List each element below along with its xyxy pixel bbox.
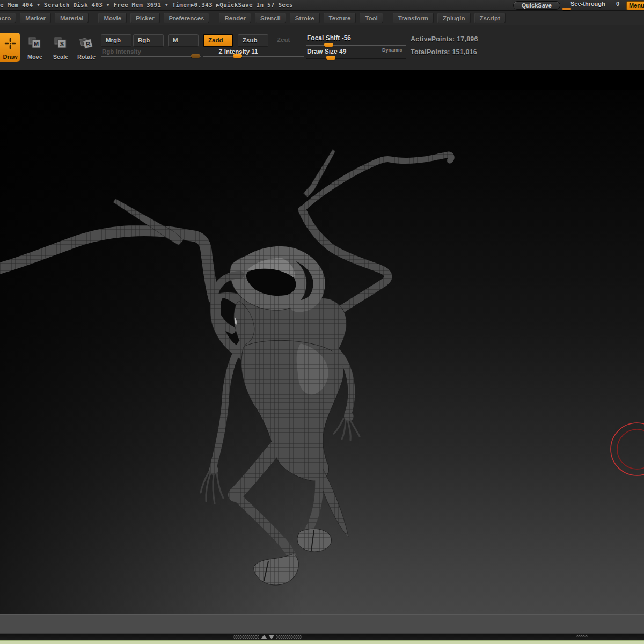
draw-size-label: Draw Size 49 [307,48,346,55]
scale-tool-label: Scale [50,54,71,60]
zsub-mode-button[interactable]: Zsub [238,34,268,47]
tray-resize-down-icon[interactable] [268,635,275,639]
move-tool-label: Move [25,54,45,60]
tray-marks [576,635,588,637]
zadd-mode-button[interactable]: Zadd [203,34,233,47]
active-points-stat: ActivePoints: 17,896 [411,35,478,43]
status-bar: e Mem 404 • Scratch Disk 403 • Free Mem … [0,0,644,11]
see-through-slider-handle[interactable] [562,8,571,10]
move-tool-button[interactable]: M Move [25,33,45,62]
see-through-label: See-through [570,1,605,7]
menu-item-preferences[interactable]: Preferences [164,13,210,23]
focal-shift-handle[interactable] [324,43,333,47]
zbrush-window: e Mem 404 • Scratch Disk 403 • Free Mem … [0,0,644,644]
zcut-mode-button[interactable]: Zcut [273,34,303,47]
menu-item-picker[interactable]: Picker [130,13,160,23]
lower-tray-edge [0,640,644,644]
menu-item-zplugin[interactable]: Zplugin [437,13,471,23]
see-through-slider[interactable]: See-through 0 [562,1,621,10]
z-intensity-value: 11 [251,48,258,55]
menu-item-texture[interactable]: Texture [324,13,356,23]
menu-item-stencil[interactable]: Stencil [255,13,286,23]
tray-drag-handle-right[interactable] [276,635,302,639]
bottom-tray-bar[interactable] [0,634,644,640]
creature-left-shin[interactable] [235,495,292,558]
menu-item-marker[interactable]: Marker [20,13,51,23]
rotate-square-icon: R [79,36,94,50]
draw-tool-label: Draw [0,54,20,60]
scale-tool-button[interactable]: S Scale [50,33,71,62]
z-intensity-handle[interactable] [233,54,242,58]
dynamic-mode-label[interactable]: Dynamic [382,47,402,53]
creature-right-hoof[interactable] [297,529,332,552]
see-through-value: 0 [616,1,619,7]
creature-left-fingers [201,471,223,503]
scale-square-icon: S [54,36,68,50]
rgb-intensity-label: Rgb Intensity [102,48,141,55]
svg-text:M: M [34,41,39,47]
sculpt-canvas[interactable] [0,70,644,614]
rotate-tool-button[interactable]: R Rotate [76,33,97,62]
creature-wireframe-model[interactable] [0,70,644,614]
rgb-mode-button[interactable]: Rgb [133,34,164,47]
total-points-stat: TotalPoints: 151,016 [411,48,477,56]
creature-left-hoof[interactable] [254,554,298,585]
creature-right-fingers [334,419,360,440]
tray-drag-handle-left[interactable] [233,635,259,639]
menu-item-stroke[interactable]: Stroke [290,13,320,23]
menus-button[interactable]: Menus [626,1,644,10]
rotate-tool-label: Rotate [76,54,97,60]
creature-right-hand[interactable] [344,412,354,421]
tray-divider-line [581,638,644,638]
creature-left-arm[interactable] [214,343,241,468]
draw-size-track[interactable] [306,58,406,58]
z-intensity-track[interactable] [203,56,304,57]
move-square-icon: M [28,36,42,50]
menu-item-transform[interactable]: Transform [393,13,434,23]
focal-shift-value: -56 [342,34,351,42]
draw-crosshair-icon [4,36,17,50]
menu-item-movie[interactable]: Movie [98,13,127,23]
see-through-slider-track[interactable] [572,9,620,9]
brush-cursor [611,423,644,475]
menu-item-tool[interactable]: Tool [360,13,383,23]
svg-text:S: S [60,41,64,47]
mrgb-mode-button[interactable]: Mrgb [101,34,131,47]
left-wing-spike[interactable] [113,199,184,245]
top-shelf-toolbar: Draw M Move S Scale R Rotate [0,25,644,70]
focal-shift-label: Focal Shift -56 [307,34,351,42]
quicksave-button[interactable]: QuickSave [513,1,560,10]
menu-item-render[interactable]: Render [219,13,251,23]
memory-timer-status: e Mem 404 • Scratch Disk 403 • Free Mem … [0,2,293,9]
rgb-intensity-track[interactable] [101,56,201,57]
menu-item-material[interactable]: Material [55,13,89,23]
rgb-intensity-handle[interactable] [191,54,200,58]
draw-size-handle[interactable] [326,56,335,60]
focal-shift-track[interactable] [306,45,406,46]
menu-item-macro[interactable]: acro [0,13,16,23]
below-document-area [0,615,644,634]
tray-resize-up-icon[interactable] [261,635,267,639]
palette-menu-bar: acro Marker Material Movie Picker Prefer… [0,11,644,25]
draw-size-value: 49 [339,48,346,55]
draw-tool-button[interactable]: Draw [0,33,20,62]
menu-item-zscript[interactable]: Zscript [474,13,506,23]
m-mode-button[interactable]: M [168,34,199,47]
